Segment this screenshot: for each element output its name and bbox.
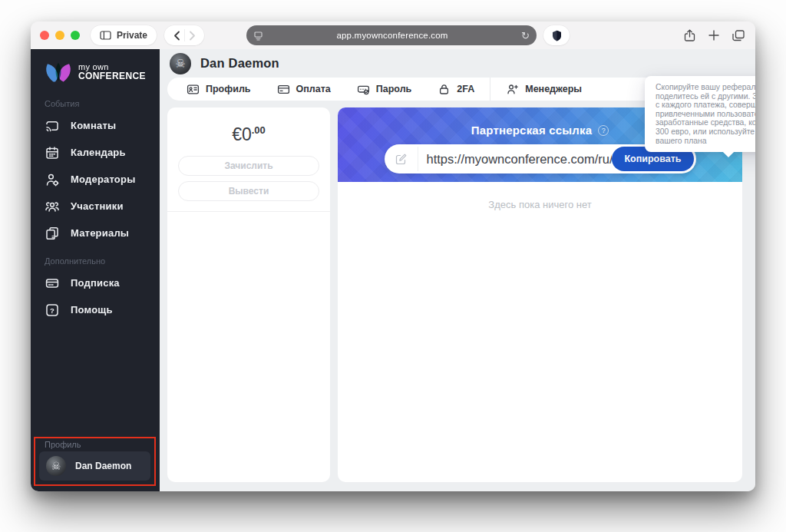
sidebar-item-materials[interactable]: Материалы [31, 220, 160, 246]
tab-profile[interactable]: Профиль [173, 78, 264, 101]
withdraw-button[interactable]: Вывести [178, 181, 319, 201]
page-format-icon[interactable] [253, 31, 263, 41]
header-avatar: ☠ [170, 53, 191, 74]
payment-card-icon [277, 83, 290, 96]
referral-card: Партнерская ссылка ? https://myownconfer… [338, 107, 742, 482]
tab-divider [490, 78, 490, 101]
id-badge-icon [187, 83, 200, 96]
private-label: Private [117, 30, 147, 41]
sidebar-toggle-icon [100, 31, 111, 40]
partner-help-icon[interactable]: ? [598, 125, 609, 136]
deposit-button[interactable]: Зачислить [178, 156, 319, 176]
person-gear-icon [45, 172, 60, 187]
sidebar-profile-label: Профиль [45, 440, 150, 449]
back-button[interactable] [173, 31, 180, 41]
history-nav [164, 25, 204, 45]
url-text: app.myownconference.com [263, 31, 521, 40]
partner-link-title: Партнерская ссылка [471, 124, 593, 137]
help-question-icon: ? [45, 302, 60, 318]
nav-divider [184, 29, 185, 41]
edit-link-icon[interactable] [385, 147, 418, 171]
balance-amount: €0.00 [178, 124, 319, 145]
minimize-window-button[interactable] [55, 31, 64, 40]
app-logo[interactable]: my own CONFERENCE [31, 49, 160, 89]
calendar-icon [45, 145, 60, 160]
sidebar-item-calendar[interactable]: Календарь [31, 139, 160, 166]
sidebar-item-attendees[interactable]: Участники [31, 193, 160, 220]
page-title: Dan Daemon [200, 56, 279, 71]
toolbar-right-actions [684, 21, 745, 49]
logo-text: my own CONFERENCE [78, 63, 146, 81]
tab-managers[interactable]: Менеджеры [493, 78, 595, 101]
cast-screen-icon [45, 118, 60, 134]
main-area: ☠ Dan Daemon Профиль [160, 49, 755, 491]
user-avatar: ☠ [46, 456, 66, 476]
partner-link-url[interactable]: https://myownconference.com/ru/go... [418, 152, 613, 167]
profile-annotation-box: Профиль ☠ Dan Daemon [34, 437, 156, 486]
tab-payment[interactable]: Оплата [264, 78, 344, 101]
share-button[interactable] [684, 29, 695, 42]
sidebar-item-rooms[interactable]: Комнаты [31, 112, 160, 139]
password-field-icon [357, 83, 370, 96]
sidebar: my own CONFERENCE События Комнаты [31, 49, 160, 491]
zoom-window-button[interactable] [71, 31, 80, 40]
tab-password[interactable]: Пароль [344, 78, 425, 101]
empty-state-message: Здесь пока ничего нет [338, 199, 742, 210]
shield-icon [552, 30, 562, 41]
browser-toolbar: Private app.myownconference.com ↻ [31, 21, 755, 49]
cards-row: €0.00 Зачислить Вывести Партнерская ссыл… [167, 107, 742, 482]
browser-window: Private app.myownconference.com ↻ [31, 21, 755, 491]
lock-icon [438, 83, 451, 96]
sidebar-item-help[interactable]: ? Помощь [31, 296, 160, 323]
sidebar-profile-name: Dan Daemon [75, 461, 131, 471]
private-browsing-button[interactable]: Private [91, 25, 157, 45]
logo-mark-icon [44, 60, 73, 84]
forward-button[interactable] [189, 31, 196, 41]
reload-icon[interactable]: ↻ [521, 31, 530, 41]
balance-section: €0.00 Зачислить Вывести [167, 107, 330, 212]
credit-card-icon [45, 276, 60, 291]
close-window-button[interactable] [40, 31, 49, 40]
people-group-icon [45, 199, 60, 214]
sidebar-profile-button[interactable]: ☠ Dan Daemon [39, 451, 150, 481]
privacy-shield-button[interactable] [543, 25, 570, 45]
app-content: my own CONFERENCE События Комнаты [31, 49, 755, 491]
sidebar-section-events: События [31, 89, 160, 112]
page-header: ☠ Dan Daemon [167, 49, 742, 78]
svg-text:?: ? [50, 306, 54, 314]
window-controls [40, 31, 80, 40]
sidebar-section-additional: Дополнительно [31, 246, 160, 269]
documents-copy-icon [45, 226, 60, 241]
sidebar-item-subscription[interactable]: Подписка [31, 269, 160, 296]
balance-card: €0.00 Зачислить Вывести [167, 107, 330, 482]
sidebar-item-moderators[interactable]: Модераторы [31, 166, 160, 193]
new-tab-button[interactable] [708, 30, 719, 41]
person-plus-icon [506, 83, 519, 96]
referral-tooltip: Скопируйте вашу реферальную ссылку и под… [645, 76, 755, 152]
tab-2fa[interactable]: 2FA [424, 78, 487, 101]
address-bar[interactable]: app.myownconference.com ↻ [246, 25, 537, 45]
tab-overview-button[interactable] [732, 30, 745, 41]
